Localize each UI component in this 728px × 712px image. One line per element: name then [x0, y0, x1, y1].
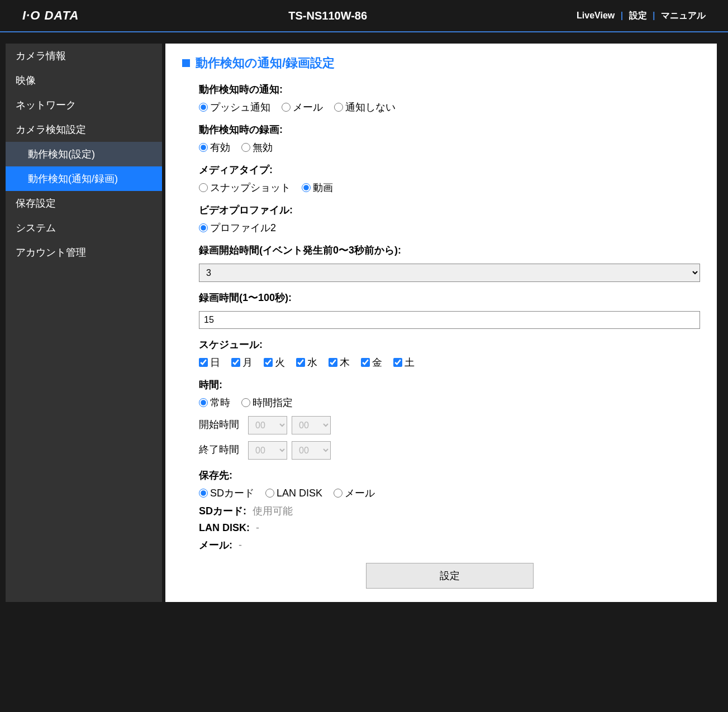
dest-mail-radio[interactable] — [334, 489, 342, 498]
end-min-select[interactable]: 00 — [292, 441, 331, 460]
day-tue[interactable]: 火 — [264, 356, 285, 369]
sidebar-item-storage[interactable]: 保存設定 — [6, 191, 162, 216]
day-wed[interactable]: 水 — [296, 356, 317, 369]
time-always-radio[interactable] — [199, 398, 208, 407]
sd-status-value: 使用可能 — [253, 505, 293, 517]
header: I·O DATA TS-NS110W-86 LiveView | 設定 | マニ… — [0, 0, 728, 32]
notify-push[interactable]: プッシュ通知 — [199, 101, 270, 114]
end-hour-select[interactable]: 00 — [248, 441, 287, 460]
profile-2-radio[interactable] — [199, 223, 208, 232]
media-label: メディアタイプ: — [199, 163, 700, 176]
day-sun-check[interactable] — [199, 358, 208, 367]
main-panel: 動作検知の通知/録画設定 動作検知時の通知: プッシュ通知 メール 通知しない … — [165, 44, 717, 602]
sidebar-sub-motion-notify[interactable]: 動作検知(通知/録画) — [6, 166, 162, 191]
day-fri-check[interactable] — [361, 358, 370, 367]
mail-status-value: - — [239, 539, 242, 551]
notify-mail[interactable]: メール — [282, 101, 323, 114]
section-title: 動作検知の通知/録画設定 — [182, 55, 700, 71]
record-label: 動作検知時の録画: — [199, 123, 700, 136]
profile-2[interactable]: プロファイル2 — [199, 221, 276, 235]
day-mon[interactable]: 月 — [231, 356, 253, 369]
end-time-label: 終了時間 — [199, 443, 244, 456]
sidebar-item-detection[interactable]: カメラ検知設定 — [6, 117, 162, 142]
day-fri[interactable]: 金 — [361, 356, 382, 369]
time-specify-radio[interactable] — [241, 398, 250, 407]
notify-none-radio[interactable] — [334, 103, 343, 112]
dest-mail[interactable]: メール — [334, 486, 375, 500]
liveview-link[interactable]: LiveView — [577, 11, 615, 20]
sidebar-item-system[interactable]: システム — [6, 216, 162, 240]
time-specify[interactable]: 時間指定 — [241, 396, 293, 409]
day-wed-check[interactable] — [296, 358, 305, 367]
record-off-radio[interactable] — [241, 143, 250, 152]
sidebar: カメラ情報 映像 ネットワーク カメラ検知設定 動作検知(設定) 動作検知(通知… — [6, 44, 162, 602]
time-always[interactable]: 常時 — [199, 396, 230, 409]
dest-sd-radio[interactable] — [199, 489, 208, 498]
record-on-radio[interactable] — [199, 143, 208, 152]
start-min-select[interactable]: 00 — [292, 416, 331, 434]
logo: I·O DATA — [22, 8, 79, 23]
dest-landisk[interactable]: LAN DISK — [265, 488, 322, 499]
landisk-status: LAN DISK: - — [199, 522, 700, 534]
sidebar-item-video[interactable]: 映像 — [6, 68, 162, 93]
sd-status-label: SDカード: — [199, 505, 246, 517]
schedule-label: スケジュール: — [199, 338, 700, 351]
mail-status-label: メール: — [199, 539, 232, 551]
sidebar-sub-motion-settings[interactable]: 動作検知(設定) — [6, 142, 162, 166]
dest-landisk-radio[interactable] — [265, 489, 274, 498]
landisk-status-label: LAN DISK: — [199, 522, 250, 533]
media-video-radio[interactable] — [302, 183, 311, 192]
notify-mail-radio[interactable] — [282, 103, 291, 112]
header-links: LiveView | 設定 | マニュアル — [577, 10, 706, 22]
sidebar-item-account[interactable]: アカウント管理 — [6, 240, 162, 265]
profile-label: ビデオプロファイル: — [199, 203, 700, 217]
start-time-label: 開始時間 — [199, 418, 244, 431]
landisk-status-value: - — [256, 522, 259, 533]
notify-push-radio[interactable] — [199, 103, 208, 112]
prerecord-label: 録画開始時間(イベント発生前0〜3秒前から): — [199, 243, 700, 257]
day-thu-check[interactable] — [329, 358, 337, 367]
notify-label: 動作検知時の通知: — [199, 83, 700, 96]
submit-button[interactable]: 設定 — [366, 563, 534, 589]
section-title-text: 動作検知の通知/録画設定 — [196, 55, 335, 71]
day-tue-check[interactable] — [264, 358, 273, 367]
day-thu[interactable]: 木 — [329, 356, 350, 369]
mail-status: メール: - — [199, 538, 700, 552]
day-sun[interactable]: 日 — [199, 356, 220, 369]
day-sat[interactable]: 土 — [393, 356, 415, 369]
record-off[interactable]: 無効 — [241, 141, 273, 154]
day-sat-check[interactable] — [393, 358, 402, 367]
sd-status: SDカード: 使用可能 — [199, 504, 700, 518]
sidebar-item-network[interactable]: ネットワーク — [6, 93, 162, 117]
start-hour-select[interactable]: 00 — [248, 416, 287, 434]
dest-sd[interactable]: SDカード — [199, 486, 254, 500]
notify-none[interactable]: 通知しない — [334, 101, 396, 114]
manual-link[interactable]: マニュアル — [661, 11, 706, 20]
sidebar-item-camera-info[interactable]: カメラ情報 — [6, 44, 162, 68]
settings-link[interactable]: 設定 — [629, 11, 647, 20]
duration-input[interactable] — [199, 311, 700, 329]
prerecord-select[interactable]: 3 — [199, 264, 700, 282]
media-snapshot-radio[interactable] — [199, 183, 208, 192]
media-snapshot[interactable]: スナップショット — [199, 181, 291, 194]
separator: | — [621, 11, 623, 20]
device-title: TS-NS110W-86 — [79, 9, 577, 22]
separator: | — [653, 11, 655, 20]
duration-label: 録画時間(1〜100秒): — [199, 291, 700, 304]
dest-label: 保存先: — [199, 469, 700, 482]
time-label: 時間: — [199, 378, 700, 391]
day-mon-check[interactable] — [231, 358, 240, 367]
media-video[interactable]: 動画 — [302, 181, 333, 194]
record-on[interactable]: 有効 — [199, 141, 230, 154]
